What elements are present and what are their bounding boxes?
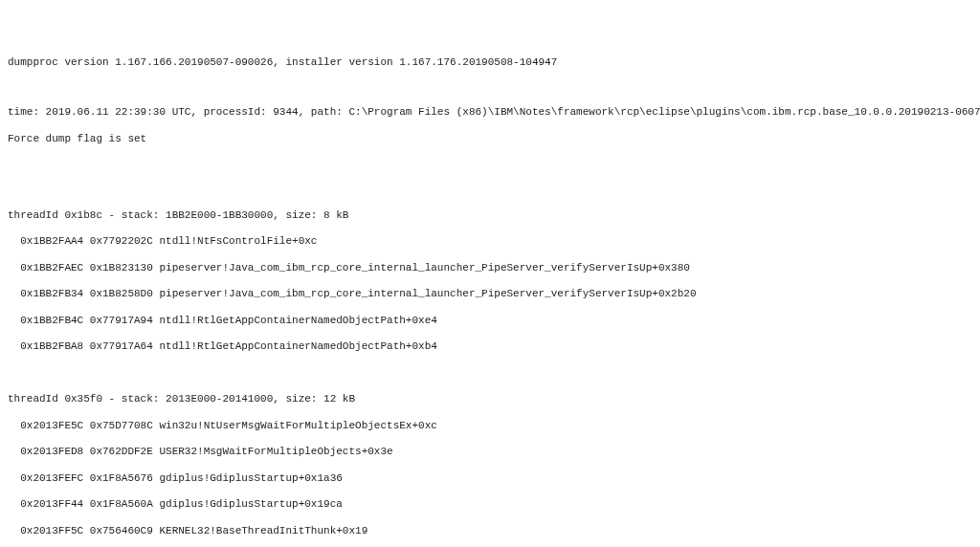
blank-line: [8, 159, 972, 169]
thread-0-header: threadId 0x1b8c - stack: 1BB2E000-1BB300…: [8, 209, 972, 223]
thread-0-frame: 0x1BB2FB4C 0x77917A94 ntdll!RtlGetAppCon…: [8, 315, 972, 328]
thread-1-header: threadId 0x35f0 - stack: 2013E000-201410…: [8, 393, 972, 406]
thread-0-frame: 0x1BB2FAEC 0x1B823130 pipeserver!Java_co…: [8, 262, 972, 275]
blank-line: [8, 83, 972, 94]
time-line: time: 2019.06.11 22:39:30 UTC, processId…: [8, 106, 972, 120]
thread-0-frame: 0x1BB2FBA8 0x77917A64 ntdll!RtlGetAppCon…: [8, 340, 972, 354]
thread-1-frame: 0x2013FF5C 0x756460C9 KERNEL32!BaseThrea…: [8, 525, 972, 538]
thread-1-frame: 0x2013FEFC 0x1F8A5676 gdiplus!GdiplusSta…: [8, 472, 972, 486]
thread-0-frame: 0x1BB2FB34 0x1B8258D0 pipeserver!Java_co…: [8, 288, 972, 301]
force-dump-line: Force dump flag is set: [8, 133, 972, 146]
thread-1-frame: 0x2013FED8 0x762DDF2E USER32!MsgWaitForM…: [8, 446, 972, 459]
header-line: dumpproc version 1.167.166.20190507-0900…: [8, 56, 972, 70]
thread-1-frame: 0x2013FE5C 0x75D7708C win32u!NtUserMsgWa…: [8, 420, 972, 433]
thread-0-frame: 0x1BB2FAA4 0x7792202C ntdll!NtFsControlF…: [8, 235, 972, 249]
thread-1-frame: 0x2013FF44 0x1F8A560A gdiplus!GdiplusSta…: [8, 498, 972, 512]
